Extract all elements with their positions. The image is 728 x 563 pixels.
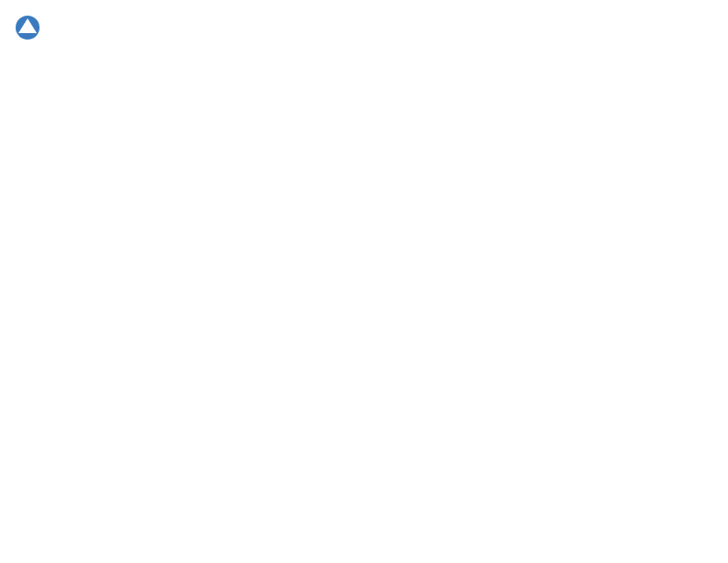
page-header (15, 15, 713, 40)
logo (15, 15, 42, 40)
logo-icon (15, 15, 40, 40)
